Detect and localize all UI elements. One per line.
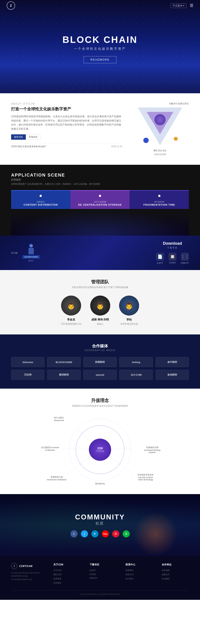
footer-item-lightapp[interactable]: 轻钱APP <box>90 577 117 580</box>
triangle-diagram <box>138 108 182 148</box>
footer-copyright: © 2018 ZZMTEAM COPYRIGHT RESERVED Email:… <box>11 572 45 581</box>
footer-item-team[interactable]: 团队介绍 <box>53 573 81 576</box>
media-item-jinniu[interactable]: 金牛财经 <box>155 357 189 367</box>
media-item-jgy[interactable]: JGY.COM <box>119 370 153 380</box>
download-item-zzmbs[interactable]: 🔲 ZZMBS <box>168 253 176 264</box>
community-title: COMMUNITY <box>75 513 125 521</box>
avatar-1: 👨 <box>61 296 81 316</box>
download-section: SVM ADVERTISERS DAU+ Download 下载专区 📄 白皮书… <box>0 236 200 270</box>
value-center-text: ZZM <box>97 447 103 450</box>
footer-item-join[interactable]: 加入我们 <box>126 578 153 580</box>
footer-item-app-scene[interactable]: 应用场景 <box>53 578 81 580</box>
facebook-icon[interactable]: f <box>70 530 78 538</box>
footer-item-media[interactable]: 合作媒体 <box>53 582 81 584</box>
hero-cta-button[interactable]: READMORE <box>84 56 116 63</box>
team-member-3: 👨 李站 全球市场运营总监 <box>119 296 139 326</box>
card-dot <box>99 195 101 197</box>
media-item-steemit[interactable]: steemit <box>83 370 117 380</box>
advertisers-label: ADVERTISERS <box>22 255 40 259</box>
footer-item-business[interactable]: 商务合作 <box>126 573 153 576</box>
value-section: 升值理念 持续新生代文化内容创造者 改变文化娱乐产业的剧创格局 ZZM 代币升值… <box>0 388 200 494</box>
media-item-jinse[interactable]: 金色财经 <box>155 370 189 380</box>
tab-market[interactable]: 市场动态 <box>26 134 41 140</box>
footer-brand: ZZMTEAM <box>19 565 33 568</box>
triangle-circle <box>154 114 165 125</box>
card-cn-label: 去中心化存储 <box>94 200 106 204</box>
footer-col-title-download: 下载专区 <box>90 563 117 566</box>
youtube-icon[interactable]: You <box>102 530 109 538</box>
download-title: Download <box>163 241 182 246</box>
media-item-babite[interactable]: 巴比特 <box>11 370 45 380</box>
logo[interactable]: Z <box>7 1 15 10</box>
avatar-3: 👨 <box>119 296 139 316</box>
about-news: ZZM中国区主要负责准将标准化推广 2018.01.25 <box>11 143 122 148</box>
wechat-icon[interactable]: 微 <box>123 530 130 538</box>
avatar-image-1: 👨 <box>61 296 81 316</box>
value-center: ZZM 代币升值 <box>89 438 111 461</box>
figure-body <box>29 248 34 254</box>
footer-item-whitepaper[interactable]: 白皮书 <box>90 569 117 572</box>
card-en-label: CONTENT DISTRIBUTION <box>24 204 58 206</box>
media-item-blockchain[interactable]: BLOCKCHAIN <box>47 357 80 367</box>
news-date: 2018.01.25 <box>111 145 122 148</box>
svm-area: SVM <box>11 252 18 254</box>
triangle-dot-blue <box>143 138 149 143</box>
avatar-image-2: 👨 <box>90 296 110 316</box>
download-item-whitepaper[interactable]: 📄 白皮书 <box>156 253 164 264</box>
hamburger-menu-icon[interactable]: ☰ <box>190 3 193 8</box>
app-label: 轻钱APP <box>181 262 189 264</box>
download-items: 📄 白皮书 🔲 ZZMBS ⋮⋮ 轻钱APP <box>156 253 189 264</box>
media-item-xinlang[interactable]: 新浪财经 <box>47 370 80 380</box>
whitepaper-icon: 📄 <box>156 253 164 261</box>
app-card-content: 内容发行 CONTENT DISTRIBUTION <box>11 190 70 210</box>
team-member-1: 👨 李金龙 CEO及股票期权计划 <box>61 296 81 326</box>
avatar-2: 👨 <box>90 296 110 316</box>
team-member-2: 👨 成维·弗布·刘明 创始人 <box>90 296 110 326</box>
value-center-sub: 代币升值 <box>96 450 104 453</box>
twitter-icon[interactable]: t <box>81 530 88 538</box>
footer-item-strategy[interactable]: 战略合作 <box>162 573 189 576</box>
media-subtitle: COOPERATIVE MEDIA <box>11 349 189 352</box>
app-cards: 内容发行 CONTENT DISTRIBUTION 去中心化存储 DE CENT… <box>11 190 189 210</box>
about-right-label: 为解决行业痛点而生 <box>169 102 189 105</box>
app-scene-background <box>11 209 189 236</box>
team-subtitle: 丰富全球社区及交易所合作渠道 致力于推广ZZM价值传播 <box>11 286 189 289</box>
triangle-dot-orange <box>174 137 178 141</box>
download-item-app[interactable]: ⋮⋮ 轻钱APP <box>181 253 189 264</box>
footer-item-partner-media[interactable]: 合作媒体 <box>162 569 189 572</box>
telegram-icon[interactable]: ✈ <box>91 530 98 538</box>
language-selector[interactable]: 中文版本 ▾ <box>171 3 186 8</box>
footer: Z ZZMTEAM © 2018 ZZMTEAM COPYRIGHT RESER… <box>0 556 200 600</box>
media-item-forklog[interactable]: forklog <box>119 357 153 367</box>
triangle-labels: 透明 安全 信任 <box>153 149 166 152</box>
footer-item-zzmbs[interactable]: ZZMBS <box>90 573 117 576</box>
team-title: 管理团队 <box>11 279 189 285</box>
weibo-icon[interactable]: 微 <box>112 530 119 538</box>
team-members: 👨 李金龙 CEO及股票期权计划 👨 成维·弗布·刘明 创始人 👨 李站 全球市… <box>11 296 189 326</box>
about-tabs: 最新消息 市场动态 <box>11 134 122 140</box>
app-icon: ⋮⋮ <box>181 253 189 261</box>
whitepaper-label: 白皮书 <box>157 262 163 264</box>
footer-item-ecology[interactable]: 生态建设 <box>162 578 189 580</box>
footer-col-title-partner: 合作单位 <box>162 563 189 566</box>
value-title: 升值理念 <box>11 398 189 404</box>
footer-item-about[interactable]: 关于ZZM <box>53 569 81 572</box>
app-card-storage: 去中心化存储 DE CENTRALIZATION STORAGE <box>70 190 130 210</box>
app-card-fragmentation: 碎片化时间 FRAGMENTATION TIME <box>130 190 189 210</box>
card-en-label: DE CENTRALIZATION STORAGE <box>78 204 122 206</box>
tab-news[interactable]: 最新消息 <box>11 134 26 140</box>
media-item-followme[interactable]: followme <box>11 357 45 367</box>
value-label-security: 区块链技术安全性 Security of block chain technol… <box>136 474 155 481</box>
about-right: 为解决行业痛点而生 透明 安全 信任 加速价值流通 <box>131 102 189 156</box>
hero-subtitle: 一个全球性文化娱乐数字资产 <box>74 47 126 51</box>
community-social-icons: f t ✈ You 微 微 <box>70 530 130 538</box>
value-label-attractment: 智力力吸引 Attractment <box>49 416 69 422</box>
media-item-xieshang[interactable]: 协商财经 <box>83 357 117 367</box>
media-title: 合作媒体 <box>11 343 189 349</box>
value-diagram: ZZM 代币升值 智力力吸引 Attractment 关注度提高 Increas… <box>45 414 155 485</box>
member-name-3: 李站 <box>126 318 132 322</box>
app-scene-desc: ZZM应用场景广泛且具有很行性，主要分为三大类：内容发行、去中心化存储、碎片化时… <box>11 182 189 186</box>
footer-item-contact[interactable]: 联系我们 <box>126 569 153 572</box>
footer-bottom: © 2018 ZZMTEAM ALL RIGHTS RESERVED <box>11 590 189 595</box>
avatar-image-3: 👨 <box>119 296 139 316</box>
